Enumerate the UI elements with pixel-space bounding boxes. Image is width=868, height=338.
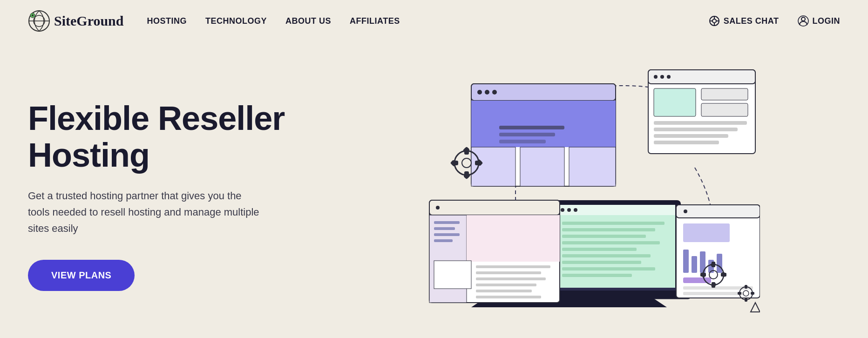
svg-rect-85 — [717, 254, 722, 273]
svg-rect-34 — [654, 128, 738, 131]
svg-rect-57 — [562, 261, 641, 264]
svg-rect-54 — [562, 241, 660, 244]
hero-content: Flexible Reseller Hosting Get a trusted … — [28, 100, 298, 291]
svg-rect-51 — [562, 222, 665, 225]
svg-rect-82 — [692, 256, 697, 273]
sales-chat-link[interactable]: SALES CHAT — [709, 15, 779, 27]
login-label: LOGIN — [813, 16, 841, 26]
svg-rect-19 — [499, 126, 564, 129]
svg-rect-24 — [569, 147, 616, 186]
svg-rect-26 — [648, 70, 755, 84]
svg-rect-53 — [562, 235, 646, 238]
svg-rect-70 — [434, 261, 471, 289]
view-plans-button[interactable]: VIEW PLANS — [28, 260, 135, 291]
svg-rect-21 — [499, 140, 546, 143]
svg-rect-35 — [654, 134, 728, 138]
svg-point-6 — [712, 19, 716, 23]
svg-point-29 — [667, 75, 671, 79]
svg-rect-65 — [434, 221, 460, 224]
logo-link[interactable]: SiteGround — [28, 10, 124, 32]
svg-point-49 — [567, 208, 571, 212]
svg-rect-112 — [745, 298, 747, 302]
svg-rect-113 — [738, 292, 741, 295]
login-link[interactable]: LOGIN — [798, 15, 841, 27]
svg-rect-32 — [701, 103, 748, 116]
svg-rect-76 — [476, 296, 541, 298]
svg-point-28 — [660, 75, 664, 79]
svg-rect-52 — [562, 228, 655, 231]
nav-technology[interactable]: TECHNOLOGY — [205, 16, 267, 26]
svg-point-63 — [436, 206, 440, 210]
svg-rect-23 — [520, 147, 564, 186]
nav-hosting[interactable]: HOSTING — [147, 16, 187, 26]
svg-rect-69 — [467, 215, 560, 262]
svg-point-48 — [561, 208, 564, 212]
svg-rect-66 — [434, 227, 455, 230]
svg-point-4 — [32, 14, 34, 16]
svg-rect-80 — [683, 223, 730, 242]
svg-rect-68 — [434, 239, 453, 242]
nav-affiliates[interactable]: AFFILIATES — [350, 16, 400, 26]
hero-title: Flexible Reseller Hosting — [28, 100, 298, 174]
svg-rect-88 — [683, 292, 744, 295]
svg-rect-33 — [654, 121, 747, 125]
main-nav: SiteGround HOSTING TECHNOLOGY ABOUT US A… — [0, 0, 868, 42]
chat-icon — [709, 15, 720, 27]
hero-subtitle: Get a trusted hosting partner that gives… — [28, 188, 261, 237]
svg-rect-114 — [751, 292, 754, 295]
svg-rect-36 — [654, 141, 719, 144]
svg-rect-67 — [434, 233, 460, 236]
svg-rect-59 — [562, 274, 632, 277]
svg-rect-111 — [745, 285, 747, 289]
siteground-logo-icon — [28, 10, 50, 32]
svg-point-90 — [462, 158, 471, 168]
illustration-svg — [378, 65, 760, 326]
svg-point-50 — [574, 208, 577, 212]
svg-rect-31 — [701, 88, 748, 100]
hero-section: Flexible Reseller Hosting Get a trusted … — [0, 42, 868, 338]
svg-marker-115 — [751, 303, 760, 312]
logo-text: SiteGround — [54, 13, 124, 29]
nav-links: HOSTING TECHNOLOGY ABOUT US AFFILIATES — [147, 16, 709, 26]
hero-illustration — [298, 61, 840, 331]
svg-rect-58 — [562, 267, 655, 270]
svg-point-15 — [477, 90, 482, 95]
svg-rect-81 — [683, 250, 689, 273]
svg-rect-20 — [499, 133, 555, 136]
svg-rect-30 — [654, 88, 696, 116]
svg-rect-71 — [476, 265, 550, 268]
svg-point-17 — [492, 90, 497, 95]
svg-rect-62 — [429, 200, 560, 215]
svg-point-11 — [801, 17, 805, 21]
svg-rect-75 — [476, 290, 532, 292]
nav-about-us[interactable]: ABOUT US — [285, 16, 331, 26]
svg-rect-55 — [562, 248, 637, 251]
svg-point-16 — [485, 90, 489, 95]
svg-rect-74 — [476, 284, 536, 286]
svg-point-27 — [654, 75, 658, 79]
nav-actions: SALES CHAT LOGIN — [709, 15, 840, 27]
svg-rect-78 — [676, 205, 760, 218]
svg-rect-56 — [562, 254, 651, 257]
svg-point-79 — [684, 210, 687, 213]
user-icon — [798, 15, 809, 27]
svg-rect-73 — [476, 277, 546, 280]
sales-chat-label: SALES CHAT — [724, 16, 779, 26]
svg-rect-72 — [476, 271, 541, 274]
